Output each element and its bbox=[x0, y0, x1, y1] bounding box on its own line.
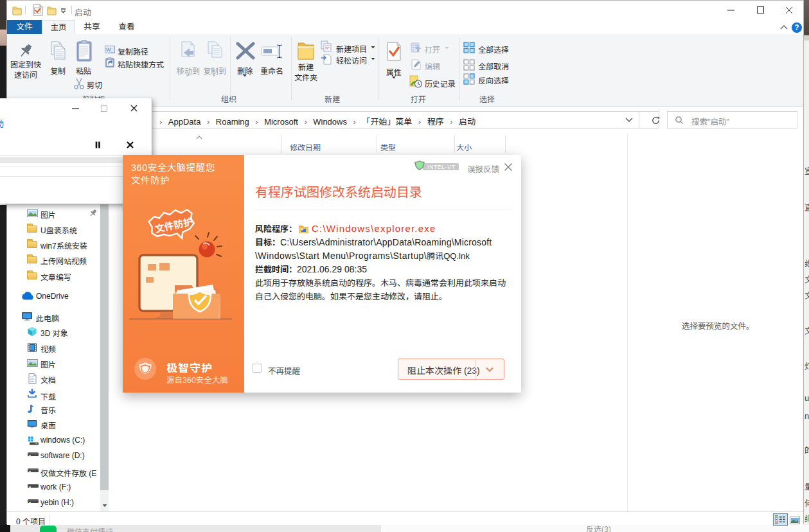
svg-text:INTEL-VT: INTEL-VT bbox=[427, 164, 456, 170]
svg-text:...: ... bbox=[111, 48, 115, 54]
svg-text:?: ? bbox=[794, 23, 799, 32]
